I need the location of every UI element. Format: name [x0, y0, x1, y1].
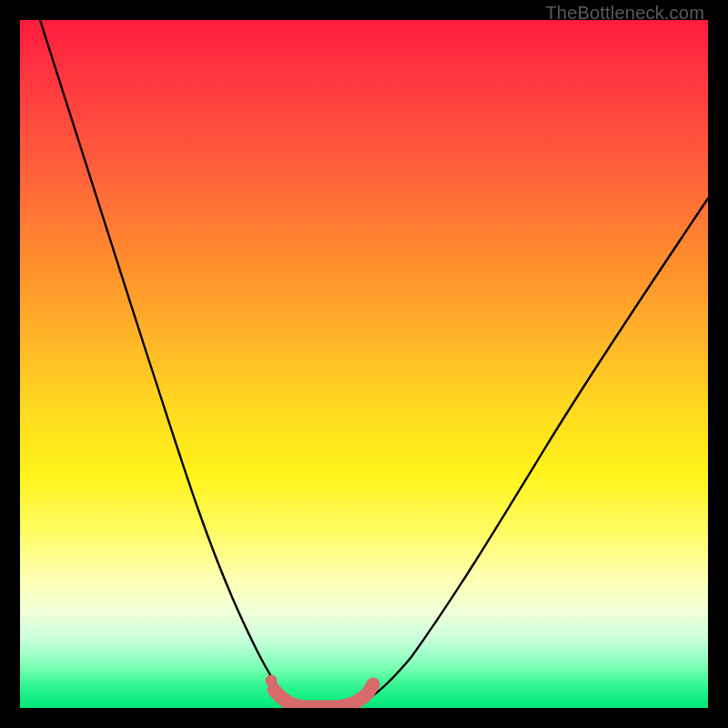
- right-curve: [357, 198, 708, 708]
- valley-marker-dot: [266, 675, 278, 687]
- chart-frame: TheBottleneck.com: [0, 0, 728, 728]
- watermark: TheBottleneck.com: [545, 3, 704, 24]
- valley-marker: [274, 684, 373, 707]
- plot-area: [20, 20, 708, 708]
- left-curve: [40, 20, 290, 708]
- curves-layer: [20, 20, 708, 708]
